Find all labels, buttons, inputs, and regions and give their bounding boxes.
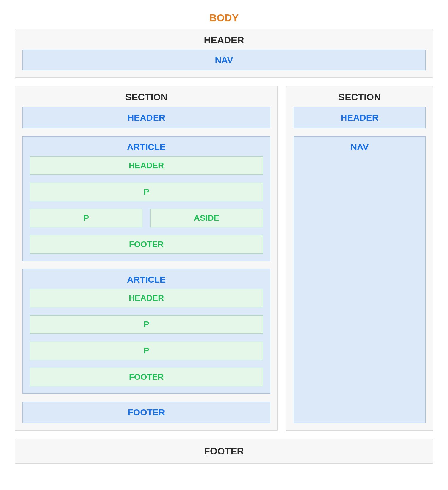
right-section-box: SECTION HEADER NAV — [286, 86, 433, 431]
top-header-box: HEADER NAV — [15, 29, 433, 78]
article2-footer-box: FOOTER — [30, 368, 263, 386]
left-section-box: SECTION HEADER ARTICLE HEADER P — [15, 86, 278, 431]
article1-aside-box: ASIDE — [150, 209, 263, 227]
article1-footer-box: FOOTER — [30, 235, 263, 254]
article2-p1-box: P — [30, 315, 263, 334]
right-section-header-label: HEADER — [297, 113, 422, 123]
article1-header-label: HEADER — [33, 161, 260, 170]
top-nav-label: NAV — [26, 55, 422, 65]
top-nav-box: NAV — [22, 50, 426, 70]
left-section-header-box: HEADER — [22, 107, 270, 128]
bottom-footer-label: FOOTER — [22, 446, 426, 457]
article1-footer-label: FOOTER — [33, 240, 260, 249]
right-section-header-box: HEADER — [294, 107, 426, 128]
article2-footer-label: FOOTER — [33, 372, 260, 382]
left-section-footer-box: FOOTER — [22, 402, 270, 423]
article1-p-aside-row: P ASIDE — [30, 209, 263, 227]
diagram-canvas: BODY HEADER NAV SECTION HEADER ARTICLE — [0, 0, 448, 482]
article1-p1-label: P — [33, 187, 260, 197]
middle-row: SECTION HEADER ARTICLE HEADER P — [15, 86, 433, 431]
top-header-label: HEADER — [22, 35, 426, 46]
right-section-nav-box: NAV — [294, 136, 426, 423]
body-label: BODY — [15, 12, 433, 24]
right-section-stack: HEADER NAV — [294, 107, 426, 423]
article2-box: ARTICLE HEADER P P FOOTER — [22, 269, 270, 394]
article1-stack: HEADER P P ASIDE — [30, 156, 263, 254]
article2-header-label: HEADER — [33, 293, 260, 303]
bottom-footer-box: FOOTER — [15, 439, 433, 464]
article1-box: ARTICLE HEADER P P — [22, 136, 270, 261]
article2-p1-label: P — [33, 320, 260, 329]
right-section-nav-label: NAV — [300, 142, 419, 152]
left-section-label: SECTION — [22, 92, 270, 103]
article1-header-box: HEADER — [30, 156, 263, 175]
article2-stack: HEADER P P FOOTER — [30, 289, 263, 386]
article1-p2-box: P — [30, 209, 142, 227]
article2-p2-label: P — [33, 346, 260, 356]
left-section-footer-label: FOOTER — [26, 407, 267, 417]
left-section-header-label: HEADER — [26, 113, 267, 123]
left-section-stack: HEADER ARTICLE HEADER P P — [22, 107, 270, 423]
article1-label: ARTICLE — [30, 142, 263, 152]
article1-p2-label: P — [33, 213, 139, 223]
article1-aside-label: ASIDE — [154, 213, 260, 223]
article2-p2-box: P — [30, 342, 263, 360]
article2-header-box: HEADER — [30, 289, 263, 307]
right-section-label: SECTION — [294, 92, 426, 103]
article1-p1-box: P — [30, 183, 263, 201]
article2-label: ARTICLE — [30, 275, 263, 285]
